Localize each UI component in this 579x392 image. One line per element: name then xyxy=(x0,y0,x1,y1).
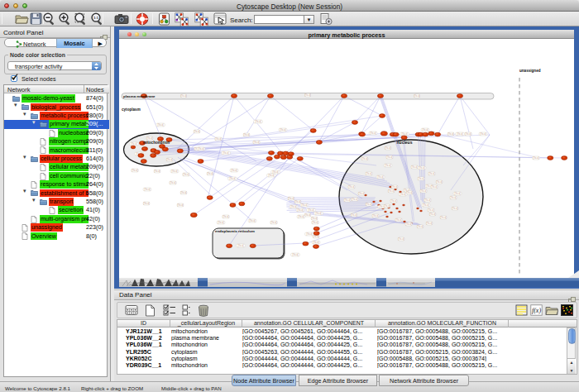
svg-text:[Yx-x]: [Yx-x] xyxy=(218,221,223,224)
svg-text:[Yx-x]: [Yx-x] xyxy=(312,221,318,224)
svg-text:[Yx-x]: [Yx-x] xyxy=(146,136,152,140)
svg-text:[Yx-x]: [Yx-x] xyxy=(131,142,136,146)
svg-text:[Yx-x]: [Yx-x] xyxy=(372,214,378,218)
svg-text:[Yx-x]: [Yx-x] xyxy=(215,137,221,141)
svg-text:[Yx-x]: [Yx-x] xyxy=(366,203,371,206)
svg-text:[Yx-x]: [Yx-x] xyxy=(457,132,462,136)
svg-text:1:1: 1:1 xyxy=(93,16,99,20)
svg-text:[Yx-x]: [Yx-x] xyxy=(288,197,294,200)
svg-text:[Yx-x]: [Yx-x] xyxy=(183,173,189,176)
svg-text:endoplasmic reticulum: endoplasmic reticulum xyxy=(215,229,255,233)
svg-text:[Yx-x]: [Yx-x] xyxy=(480,132,486,136)
svg-text:[Yx-x]: [Yx-x] xyxy=(391,185,397,189)
svg-text:[Yx-x]: [Yx-x] xyxy=(270,221,276,224)
svg-text:[Yx-x]: [Yx-x] xyxy=(255,120,261,123)
svg-text:[Yx-x]: [Yx-x] xyxy=(419,166,424,170)
svg-text:[Yx-x]: [Yx-x] xyxy=(311,217,317,220)
svg-text:mitochondrion: mitochondrion xyxy=(143,141,170,145)
svg-text:[Yx-x]: [Yx-x] xyxy=(171,170,177,173)
svg-text:[Yx-x]: [Yx-x] xyxy=(454,192,460,195)
svg-text:[Yx-x]: [Yx-x] xyxy=(431,185,437,189)
svg-text:[Yx-x]: [Yx-x] xyxy=(243,133,249,136)
svg-text:[Yx-x]: [Yx-x] xyxy=(370,131,376,135)
svg-text:[Yx-x]: [Yx-x] xyxy=(420,189,426,193)
svg-text:[Yx-x]: [Yx-x] xyxy=(249,219,255,222)
svg-text:[Yx-x]: [Yx-x] xyxy=(170,181,175,184)
svg-text:[Yx-x]: [Yx-x] xyxy=(237,244,243,247)
svg-text:[Yx-x]: [Yx-x] xyxy=(352,198,357,201)
svg-text:[Yx-x]: [Yx-x] xyxy=(348,185,354,189)
svg-text:[Yx-x]: [Yx-x] xyxy=(447,132,453,136)
svg-text:[Yx-x]: [Yx-x] xyxy=(390,199,396,203)
svg-text:[Yx-x]: [Yx-x] xyxy=(429,213,435,216)
svg-text:[Yx-x]: [Yx-x] xyxy=(428,172,434,175)
svg-text:[Yx-x]: [Yx-x] xyxy=(377,175,383,179)
svg-text:[Yx-x]: [Yx-x] xyxy=(223,215,228,218)
svg-text:cytoplasm: cytoplasm xyxy=(122,108,141,112)
svg-text:[Yx-x]: [Yx-x] xyxy=(386,155,392,159)
svg-text:[Yx-x]: [Yx-x] xyxy=(290,205,296,208)
svg-text:[Yx-x]: [Yx-x] xyxy=(231,169,237,172)
svg-text:[Yx-x]: [Yx-x] xyxy=(452,207,457,210)
svg-text:[Yx-x]: [Yx-x] xyxy=(388,189,394,193)
svg-text:f(x): f(x) xyxy=(532,307,541,314)
svg-text:[Yx-x]: [Yx-x] xyxy=(308,208,313,212)
svg-text:[Yx-x]: [Yx-x] xyxy=(395,218,401,222)
svg-text:[Yx-x]: [Yx-x] xyxy=(143,202,149,205)
svg-text:[Yx-x]: [Yx-x] xyxy=(440,216,446,219)
svg-text:[Yx-x]: [Yx-x] xyxy=(428,208,433,212)
svg-text:[Yx-x]: [Yx-x] xyxy=(418,177,423,180)
svg-text:[Yx-x]: [Yx-x] xyxy=(297,208,303,212)
svg-text:plasma membrane: plasma membrane xyxy=(123,94,156,98)
svg-text:[Yx-x]: [Yx-x] xyxy=(400,193,405,196)
svg-text:[Yx-x]: [Yx-x] xyxy=(304,213,310,217)
svg-text:[Yx-x]: [Yx-x] xyxy=(154,170,160,173)
svg-text:[Yx-x]: [Yx-x] xyxy=(533,156,538,160)
svg-text:[Yx-x]: [Yx-x] xyxy=(398,237,404,241)
svg-text:[Yx-x]: [Yx-x] xyxy=(313,241,318,244)
svg-text:[Yx-x]: [Yx-x] xyxy=(180,94,186,98)
svg-text:[Yx-x]: [Yx-x] xyxy=(229,177,235,180)
svg-text:[Yx-x]: [Yx-x] xyxy=(406,191,412,194)
svg-text:[Yx-x]: [Yx-x] xyxy=(223,151,228,155)
svg-text:[Yx-x]: [Yx-x] xyxy=(180,191,186,194)
svg-text:[Yx-x]: [Yx-x] xyxy=(253,141,259,144)
svg-text:[Yx-x]: [Yx-x] xyxy=(268,174,274,177)
svg-text:[Yx-x]: [Yx-x] xyxy=(366,172,371,175)
svg-text:[Yx-x]: [Yx-x] xyxy=(358,192,364,195)
svg-text:[Yx-x]: [Yx-x] xyxy=(385,146,390,150)
svg-text:[Yx-x]: [Yx-x] xyxy=(280,128,285,131)
svg-text:nucleus: nucleus xyxy=(397,140,413,145)
svg-text:[Yx-x]: [Yx-x] xyxy=(157,123,163,127)
svg-text:[Yx-x]: [Yx-x] xyxy=(436,180,442,184)
svg-text:unassigned: unassigned xyxy=(519,69,541,73)
svg-text:[Yx-x]: [Yx-x] xyxy=(198,147,203,151)
svg-text:[Yx-x]: [Yx-x] xyxy=(298,215,304,218)
svg-text:[Yx-x]: [Yx-x] xyxy=(306,232,312,236)
svg-text:[Yx-x]: [Yx-x] xyxy=(304,93,310,97)
svg-text:[Yx-x]: [Yx-x] xyxy=(414,94,419,98)
svg-text:[Yx-x]: [Yx-x] xyxy=(166,158,172,161)
svg-text:[Yx-x]: [Yx-x] xyxy=(424,198,430,202)
svg-text:[Yx-x]: [Yx-x] xyxy=(351,213,356,217)
svg-text:[Yx-x]: [Yx-x] xyxy=(417,225,423,228)
svg-text:[Yx-x]: [Yx-x] xyxy=(361,157,367,160)
svg-text:[Yx-x]: [Yx-x] xyxy=(301,203,307,207)
svg-text:[Yx-x]: [Yx-x] xyxy=(194,130,199,133)
svg-text:[Yx-x]: [Yx-x] xyxy=(384,204,390,208)
svg-text:[Yx-x]: [Yx-x] xyxy=(422,128,428,131)
svg-text:[Yx-x]: [Yx-x] xyxy=(385,164,390,167)
svg-text:[Yx-x]: [Yx-x] xyxy=(401,132,407,136)
svg-text:[Yx-x]: [Yx-x] xyxy=(292,253,298,256)
svg-text:[Yx-x]: [Yx-x] xyxy=(144,188,150,191)
svg-text:[Yx-x]: [Yx-x] xyxy=(344,198,350,202)
svg-text:[Yx-x]: [Yx-x] xyxy=(465,132,471,136)
svg-text:[Yx-x]: [Yx-x] xyxy=(405,222,411,226)
svg-text:[Yx-x]: [Yx-x] xyxy=(294,200,300,203)
svg-text:[Yx-x]: [Yx-x] xyxy=(423,203,428,207)
svg-text:[Yx-x]: [Yx-x] xyxy=(315,212,321,215)
svg-text:[Yx-x]: [Yx-x] xyxy=(132,169,137,172)
svg-text:[Yx-x]: [Yx-x] xyxy=(426,222,432,225)
svg-text:[Yx-x]: [Yx-x] xyxy=(177,203,183,207)
svg-text:[Yx-x]: [Yx-x] xyxy=(450,196,456,199)
